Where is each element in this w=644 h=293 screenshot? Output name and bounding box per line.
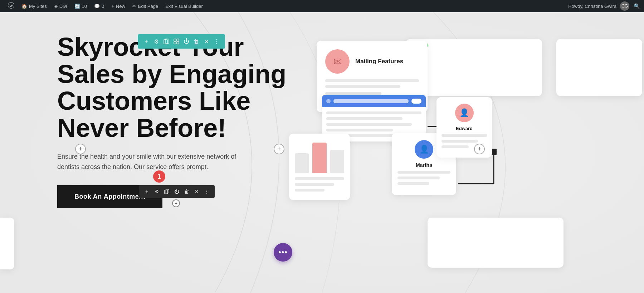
- browser-line-2: [326, 117, 402, 120]
- inner-add-column-btn[interactable]: +: [172, 199, 180, 207]
- browser-line-3: [326, 123, 412, 126]
- edit-page-btn[interactable]: ✏ Edit Page: [129, 0, 162, 12]
- chart-bar-1: [295, 153, 309, 173]
- hero-headline: Skyrocket Your Sales by Engaging Custome…: [57, 34, 301, 141]
- comments-icon: 💬: [94, 4, 100, 9]
- updates-count: 10: [82, 4, 87, 9]
- plus-icon: +: [111, 4, 114, 9]
- main-content: Skyrocket Your Sales by Engaging Custome…: [0, 12, 644, 293]
- profile-line-3: [441, 145, 469, 148]
- updates-menu[interactable]: 🔄 10: [71, 0, 91, 12]
- wp-icon: W: [8, 2, 14, 10]
- avatar[interactable]: CG: [620, 1, 629, 11]
- toolbar-settings-btn[interactable]: ⚙: [152, 37, 161, 46]
- profile-avatar-icon: 👤: [459, 108, 469, 118]
- contact-line-2: [397, 177, 440, 179]
- browser-dot-1: [326, 99, 331, 103]
- toolbar-close-btn[interactable]: ✕: [202, 37, 211, 46]
- card-bottom-left: [0, 218, 14, 269]
- svg-rect-5: [174, 39, 176, 41]
- add-section-left[interactable]: +: [75, 144, 86, 154]
- updates-icon: 🔄: [74, 4, 80, 9]
- exit-builder-btn[interactable]: Exit Visual Builder: [162, 0, 206, 12]
- mid-toolbar-add-btn[interactable]: +: [142, 187, 151, 196]
- card-bottom-right: [428, 218, 564, 268]
- greeting-text: Howdy, Christina Gwira: [568, 4, 616, 9]
- svg-rect-6: [177, 39, 179, 41]
- comments-count: 0: [102, 4, 104, 9]
- add-section-mid[interactable]: +: [274, 144, 284, 154]
- contact-line-3: [397, 182, 429, 185]
- contact-line-1: [397, 171, 450, 174]
- divi-toolbar-mid: + ⚙ ⏻ 🗑 ✕ ⋮: [139, 185, 215, 198]
- my-sites-icon: 🏠: [21, 4, 27, 9]
- card-line-1: [325, 79, 419, 82]
- profile-line-1: [441, 134, 487, 137]
- browser-toggle: [411, 99, 421, 104]
- add-section-right[interactable]: +: [474, 144, 485, 154]
- contact-avatar: 👤: [415, 140, 433, 159]
- mid-toolbar-visibility-btn[interactable]: ⏻: [172, 187, 181, 196]
- chart-bar-3: [330, 150, 344, 173]
- divi-icon: ◈: [54, 4, 58, 9]
- toolbar-delete-btn[interactable]: 🗑: [192, 37, 201, 46]
- toolbar-clone-btn[interactable]: [162, 37, 171, 46]
- svg-text:W: W: [9, 4, 13, 8]
- card-line-3: [325, 92, 381, 95]
- browser-line-4: [326, 129, 393, 131]
- mid-toolbar-close-btn[interactable]: ✕: [192, 187, 201, 196]
- card-chart: [289, 134, 350, 200]
- svg-rect-7: [174, 42, 176, 44]
- pencil-icon: ✏: [132, 4, 136, 9]
- comments-menu[interactable]: 💬 0: [91, 0, 108, 12]
- toolbar-visibility-btn[interactable]: ⏻: [182, 37, 191, 46]
- my-sites-menu[interactable]: 🏠 My Sites: [18, 0, 50, 12]
- admin-bar: W 🏠 My Sites ◈ Divi 🔄 10 💬 0 + New ✏ Edi…: [0, 0, 644, 12]
- hero-subtext: Ensure the health and your smile with ou…: [57, 152, 243, 172]
- divi-toolbar-top: + ⚙ ⏻ 🗑 ✕ ⋮: [138, 34, 225, 49]
- search-icon[interactable]: 🔍: [634, 3, 640, 9]
- new-menu[interactable]: + New: [108, 0, 129, 12]
- browser-address-bar: [333, 99, 409, 103]
- divi-label: Divi: [59, 4, 67, 9]
- notification-badge: 1: [153, 170, 165, 183]
- admin-bar-right: Howdy, Christina Gwira CG 🔍: [568, 1, 640, 11]
- browser-line-1: [326, 111, 421, 114]
- fab-purple[interactable]: •••: [274, 243, 292, 262]
- svg-rect-8: [177, 42, 179, 44]
- chart-card-line-3: [295, 189, 325, 192]
- profile-avatar: 👤: [455, 104, 474, 122]
- browser-bar: [322, 95, 426, 107]
- profile-line-2: [441, 140, 478, 143]
- toolbar-add-btn[interactable]: +: [142, 37, 151, 46]
- chart-card-line-2: [295, 183, 334, 186]
- wp-logo[interactable]: W: [4, 0, 18, 12]
- mail-icon: ✉: [333, 56, 342, 68]
- contact-name: Martha: [397, 162, 450, 168]
- toolbar-more-btn[interactable]: ⋮: [212, 37, 221, 46]
- new-label: New: [116, 4, 125, 9]
- card-window-far-right: [556, 39, 642, 96]
- mail-icon-circle: ✉: [325, 49, 350, 74]
- chart-bars: [295, 141, 344, 173]
- card-mailing-title: Mailing Features: [355, 58, 403, 65]
- mid-toolbar-clone-btn[interactable]: [162, 187, 171, 196]
- mid-toolbar-more-btn[interactable]: ⋮: [203, 187, 211, 196]
- profile-name: Edward: [441, 126, 487, 131]
- edit-page-label: Edit Page: [138, 4, 158, 9]
- mid-toolbar-delete-btn[interactable]: 🗑: [182, 187, 191, 196]
- contact-avatar-icon: 👤: [419, 145, 429, 154]
- fab-dots-label: •••: [278, 248, 288, 257]
- toolbar-grid-btn[interactable]: [172, 37, 181, 46]
- card-line-2: [325, 85, 400, 88]
- divi-menu[interactable]: ◈ Divi: [50, 0, 71, 12]
- mid-toolbar-settings-btn[interactable]: ⚙: [152, 187, 161, 196]
- exit-builder-label: Exit Visual Builder: [165, 4, 203, 9]
- my-sites-label: My Sites: [29, 4, 47, 9]
- hero-section: Skyrocket Your Sales by Engaging Custome…: [57, 34, 301, 208]
- chart-card-line-1: [295, 177, 344, 180]
- card-mailing-header: ✉ Mailing Features: [325, 49, 419, 74]
- chart-bar-2: [312, 143, 326, 173]
